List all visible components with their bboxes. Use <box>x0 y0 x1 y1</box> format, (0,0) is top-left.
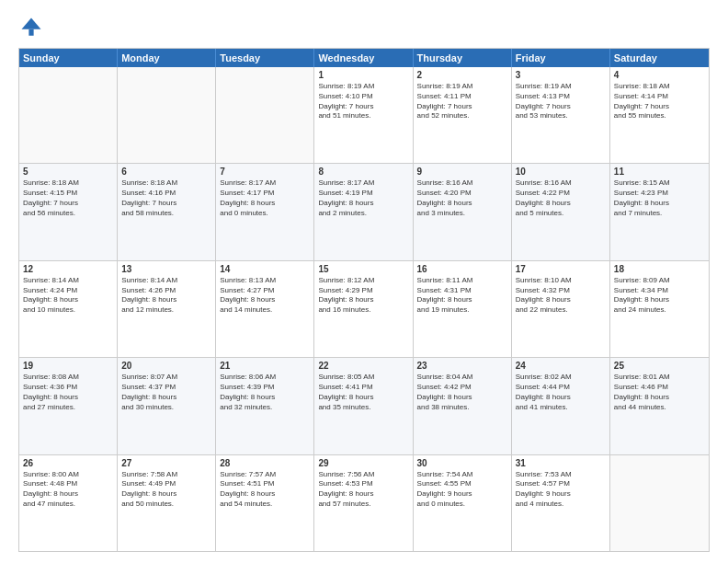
day-number: 5 <box>23 167 113 177</box>
day-cell-1: 1Sunrise: 8:19 AM Sunset: 4:10 PM Daylig… <box>314 67 413 163</box>
calendar-row-2: 12Sunrise: 8:14 AM Sunset: 4:24 PM Dayli… <box>19 260 709 357</box>
day-cell-4: 4Sunrise: 8:18 AM Sunset: 4:14 PM Daylig… <box>610 67 709 163</box>
empty-cell-0-2 <box>216 67 314 163</box>
day-cell-7: 7Sunrise: 8:17 AM Sunset: 4:17 PM Daylig… <box>216 164 314 259</box>
day-cell-27: 27Sunrise: 7:58 AM Sunset: 4:49 PM Dayli… <box>118 455 216 551</box>
day-cell-2: 2Sunrise: 8:19 AM Sunset: 4:11 PM Daylig… <box>414 67 512 163</box>
calendar-row-4: 26Sunrise: 8:00 AM Sunset: 4:48 PM Dayli… <box>19 454 709 551</box>
day-number: 1 <box>318 70 408 80</box>
day-info: Sunrise: 8:05 AM Sunset: 4:41 PM Dayligh… <box>318 373 408 412</box>
day-number: 25 <box>614 361 705 371</box>
day-number: 10 <box>516 167 606 177</box>
day-cell-3: 3Sunrise: 8:19 AM Sunset: 4:13 PM Daylig… <box>512 67 610 163</box>
header-day-sunday: Sunday <box>19 49 118 67</box>
day-info: Sunrise: 8:19 AM Sunset: 4:10 PM Dayligh… <box>318 82 408 121</box>
day-number: 28 <box>220 458 310 468</box>
day-number: 31 <box>516 458 606 468</box>
day-cell-21: 21Sunrise: 8:06 AM Sunset: 4:39 PM Dayli… <box>216 358 314 454</box>
day-cell-11: 11Sunrise: 8:15 AM Sunset: 4:23 PM Dayli… <box>610 164 709 259</box>
day-info: Sunrise: 8:07 AM Sunset: 4:37 PM Dayligh… <box>121 373 211 412</box>
day-info: Sunrise: 8:11 AM Sunset: 4:31 PM Dayligh… <box>417 276 507 316</box>
day-number: 11 <box>614 167 705 177</box>
day-info: Sunrise: 7:53 AM Sunset: 4:57 PM Dayligh… <box>516 470 606 510</box>
calendar-body: 1Sunrise: 8:19 AM Sunset: 4:10 PM Daylig… <box>19 67 709 551</box>
header-day-wednesday: Wednesday <box>314 49 413 67</box>
empty-cell-0-1 <box>118 67 216 163</box>
header-day-friday: Friday <box>512 49 610 67</box>
day-number: 17 <box>516 264 606 274</box>
day-info: Sunrise: 8:16 AM Sunset: 4:20 PM Dayligh… <box>417 178 507 218</box>
calendar-header: SundayMondayTuesdayWednesdayThursdayFrid… <box>19 49 709 67</box>
day-info: Sunrise: 8:04 AM Sunset: 4:42 PM Dayligh… <box>417 373 507 412</box>
empty-cell-0-0 <box>19 67 118 163</box>
day-info: Sunrise: 8:14 AM Sunset: 4:26 PM Dayligh… <box>121 276 211 316</box>
header-day-thursday: Thursday <box>414 49 512 67</box>
day-info: Sunrise: 8:08 AM Sunset: 4:36 PM Dayligh… <box>23 373 113 412</box>
day-cell-23: 23Sunrise: 8:04 AM Sunset: 4:42 PM Dayli… <box>414 358 512 454</box>
day-info: Sunrise: 8:09 AM Sunset: 4:34 PM Dayligh… <box>614 276 705 316</box>
day-info: Sunrise: 8:02 AM Sunset: 4:44 PM Dayligh… <box>516 373 606 412</box>
logo <box>18 15 48 40</box>
day-info: Sunrise: 8:00 AM Sunset: 4:48 PM Dayligh… <box>23 470 113 510</box>
day-cell-19: 19Sunrise: 8:08 AM Sunset: 4:36 PM Dayli… <box>19 358 118 454</box>
day-cell-20: 20Sunrise: 8:07 AM Sunset: 4:37 PM Dayli… <box>118 358 216 454</box>
day-number: 7 <box>220 167 310 177</box>
day-number: 2 <box>417 70 507 80</box>
header-day-monday: Monday <box>118 49 216 67</box>
day-info: Sunrise: 8:14 AM Sunset: 4:24 PM Dayligh… <box>23 276 113 316</box>
day-number: 14 <box>220 264 310 274</box>
day-number: 15 <box>318 264 408 274</box>
day-cell-8: 8Sunrise: 8:17 AM Sunset: 4:19 PM Daylig… <box>314 164 413 259</box>
day-info: Sunrise: 7:56 AM Sunset: 4:53 PM Dayligh… <box>318 470 408 510</box>
day-cell-6: 6Sunrise: 8:18 AM Sunset: 4:16 PM Daylig… <box>118 164 216 259</box>
day-info: Sunrise: 8:18 AM Sunset: 4:16 PM Dayligh… <box>121 178 211 218</box>
day-info: Sunrise: 7:57 AM Sunset: 4:51 PM Dayligh… <box>220 470 310 510</box>
calendar-row-0: 1Sunrise: 8:19 AM Sunset: 4:10 PM Daylig… <box>19 67 709 163</box>
day-number: 12 <box>23 264 113 274</box>
day-number: 8 <box>318 167 408 177</box>
day-number: 9 <box>417 167 507 177</box>
day-number: 23 <box>417 361 507 371</box>
day-number: 16 <box>417 264 507 274</box>
day-info: Sunrise: 8:18 AM Sunset: 4:14 PM Dayligh… <box>614 82 705 121</box>
header <box>18 15 710 40</box>
empty-cell-4-6 <box>610 455 709 551</box>
day-number: 18 <box>614 264 705 274</box>
day-number: 6 <box>121 167 211 177</box>
day-info: Sunrise: 8:15 AM Sunset: 4:23 PM Dayligh… <box>614 178 705 218</box>
svg-rect-1 <box>28 29 33 36</box>
day-cell-18: 18Sunrise: 8:09 AM Sunset: 4:34 PM Dayli… <box>610 261 709 357</box>
logo-icon <box>18 15 44 40</box>
day-number: 19 <box>23 361 113 371</box>
day-number: 22 <box>318 361 408 371</box>
day-info: Sunrise: 8:16 AM Sunset: 4:22 PM Dayligh… <box>516 178 606 218</box>
day-info: Sunrise: 8:17 AM Sunset: 4:19 PM Dayligh… <box>318 178 408 218</box>
day-cell-31: 31Sunrise: 7:53 AM Sunset: 4:57 PM Dayli… <box>512 455 610 551</box>
day-info: Sunrise: 7:54 AM Sunset: 4:55 PM Dayligh… <box>417 470 507 510</box>
day-number: 30 <box>417 458 507 468</box>
day-info: Sunrise: 8:18 AM Sunset: 4:15 PM Dayligh… <box>23 178 113 218</box>
day-cell-26: 26Sunrise: 8:00 AM Sunset: 4:48 PM Dayli… <box>19 455 118 551</box>
day-number: 20 <box>121 361 211 371</box>
day-info: Sunrise: 8:12 AM Sunset: 4:29 PM Dayligh… <box>318 276 408 316</box>
day-info: Sunrise: 8:19 AM Sunset: 4:13 PM Dayligh… <box>516 82 606 121</box>
day-number: 27 <box>121 458 211 468</box>
day-cell-25: 25Sunrise: 8:01 AM Sunset: 4:46 PM Dayli… <box>610 358 709 454</box>
day-cell-14: 14Sunrise: 8:13 AM Sunset: 4:27 PM Dayli… <box>216 261 314 357</box>
day-cell-5: 5Sunrise: 8:18 AM Sunset: 4:15 PM Daylig… <box>19 164 118 259</box>
day-info: Sunrise: 7:58 AM Sunset: 4:49 PM Dayligh… <box>121 470 211 510</box>
day-info: Sunrise: 8:13 AM Sunset: 4:27 PM Dayligh… <box>220 276 310 316</box>
day-cell-9: 9Sunrise: 8:16 AM Sunset: 4:20 PM Daylig… <box>414 164 512 259</box>
calendar-row-1: 5Sunrise: 8:18 AM Sunset: 4:15 PM Daylig… <box>19 163 709 259</box>
day-info: Sunrise: 8:06 AM Sunset: 4:39 PM Dayligh… <box>220 373 310 412</box>
day-info: Sunrise: 8:17 AM Sunset: 4:17 PM Dayligh… <box>220 178 310 218</box>
page: SundayMondayTuesdayWednesdayThursdayFrid… <box>0 0 728 563</box>
day-number: 29 <box>318 458 408 468</box>
day-number: 13 <box>121 264 211 274</box>
day-number: 3 <box>516 70 606 80</box>
day-cell-13: 13Sunrise: 8:14 AM Sunset: 4:26 PM Dayli… <box>118 261 216 357</box>
calendar-row-3: 19Sunrise: 8:08 AM Sunset: 4:36 PM Dayli… <box>19 357 709 454</box>
day-cell-29: 29Sunrise: 7:56 AM Sunset: 4:53 PM Dayli… <box>314 455 413 551</box>
day-info: Sunrise: 8:01 AM Sunset: 4:46 PM Dayligh… <box>614 373 705 412</box>
day-cell-10: 10Sunrise: 8:16 AM Sunset: 4:22 PM Dayli… <box>512 164 610 259</box>
